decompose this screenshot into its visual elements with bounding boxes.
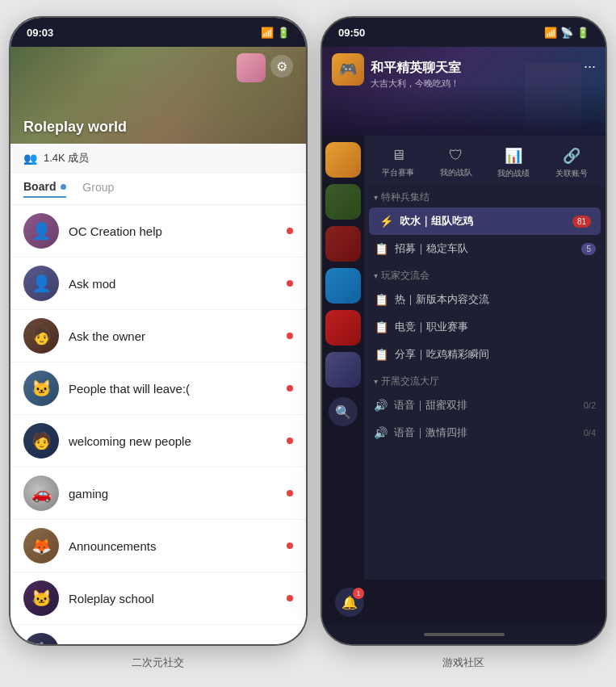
notification-bell[interactable]: 🔔 1 (335, 588, 364, 617)
channel-content-exchange[interactable]: 📋 热｜新版本内容交流 (364, 286, 606, 313)
side-icon-6[interactable] (325, 352, 361, 387)
home-bar-right (424, 633, 505, 636)
channel-name-r5: 分享｜吃鸡精彩瞬间 (395, 347, 596, 362)
channel-list-icon-1: 📋 (374, 241, 388, 256)
unread-dot-8 (287, 595, 293, 601)
channel-item[interactable]: 👤 Ask mod (10, 258, 306, 310)
gear-icon[interactable]: ⚙ (270, 55, 293, 77)
channel-name-6: gaming (69, 487, 277, 501)
right-hero-sub: 大吉大利，今晚吃鸡！ (371, 77, 459, 90)
channel-recruit[interactable]: 📋 招募｜稳定车队 5 (364, 235, 606, 262)
right-channel-content: 🖥 平台赛事 🛡 我的战队 📊 我的战绩 🔗 关联账号 (364, 136, 606, 580)
func-tabs: 🖥 平台赛事 🛡 我的战队 📊 我的战绩 🔗 关联账号 (364, 136, 606, 184)
side-icon-1[interactable] (325, 142, 361, 178)
channel-avatar-5: 🧑 (23, 423, 59, 459)
right-phone-label: 游戏社区 (442, 656, 484, 670)
side-icon-5[interactable] (325, 310, 361, 346)
channel-name-r1: 吹水｜组队吃鸡 (400, 214, 566, 228)
members-bar: 👥 1.4K 成员 (10, 144, 306, 173)
section-header-2: ▾ 玩家交流会 (364, 262, 606, 286)
func-tab-stats[interactable]: 📊 我的战绩 (487, 142, 542, 184)
channel-esports[interactable]: 📋 电竞｜职业赛事 (364, 313, 606, 341)
channel-item[interactable]: 🐱 People that will leave:( (10, 362, 306, 415)
section-header-1: ▾ 特种兵集结 (364, 184, 606, 207)
channel-item[interactable]: 🧑 welcoming new people (10, 415, 306, 467)
channel-item[interactable]: 👤 OC Creation help (10, 205, 306, 258)
voice-icon-2: 🔊 (374, 426, 388, 439)
unread-dot-5 (287, 438, 293, 444)
channel-item[interactable]: 🧑 Ask the owner (10, 310, 306, 362)
channel-name-4: People that will leave:( (69, 382, 277, 396)
channel-item[interactable]: 🚗 gaming (10, 467, 306, 520)
channel-avatar-9: 🤖 (23, 633, 59, 646)
more-icon[interactable]: ··· (584, 58, 596, 75)
channel-name-9: Non Roleplayers (69, 644, 277, 647)
wifi-icon: 📡 (560, 27, 573, 39)
tab-board[interactable]: Board (23, 180, 66, 198)
channel-avatar-8: 🐱 (23, 580, 59, 616)
right-main-area: 🔍 🖥 平台赛事 🛡 我的战队 📊 我的战绩 (322, 136, 606, 580)
status-bar-right: 09:50 📶 📡 🔋 (322, 18, 606, 47)
channel-name-3: Ask the owner (69, 329, 277, 343)
section-header-3: ▾ 开黑交流大厅 (364, 368, 606, 392)
tab-group[interactable]: Group (82, 181, 114, 197)
channel-voice-blowwater[interactable]: ⚡ 吹水｜组队吃鸡 81 (369, 207, 601, 235)
home-indicator-right (322, 625, 606, 644)
channel-avatar-3: 🧑 (23, 318, 59, 354)
chevron-down-icon-2: ▾ (374, 271, 378, 280)
channel-item[interactable]: 🤖 Non Roleplayers (10, 625, 306, 646)
badge-r1: 81 (572, 216, 591, 228)
channel-list-icon-2: 📋 (374, 292, 388, 307)
unread-dot-1 (287, 228, 293, 234)
voice-name-2: 语音｜激情四排 (394, 425, 577, 440)
unread-dot-7 (287, 542, 293, 549)
battery-icon: 🔋 (576, 27, 589, 39)
channel-name-2: Ask mod (69, 277, 277, 291)
search-icon[interactable]: 🔍 (329, 397, 358, 426)
channel-share[interactable]: 📋 分享｜吃鸡精彩瞬间 (364, 341, 606, 368)
section-title-2: 玩家交流会 (381, 269, 430, 283)
right-hero-title: 和平精英聊天室 (371, 60, 461, 77)
notification-badge: 1 (353, 588, 364, 599)
voice-count-1: 0/2 (584, 400, 596, 410)
left-phone-label: 二次元社交 (132, 656, 184, 670)
func-tab-tournaments[interactable]: 🖥 平台赛事 (371, 142, 425, 184)
func-tab-link[interactable]: 🔗 关联账号 (544, 142, 599, 184)
voice-channel-2[interactable]: 🔊 语音｜激情四排 0/4 (364, 419, 606, 446)
members-count: 1.4K 成员 (44, 151, 89, 165)
unread-dot-4 (287, 385, 293, 392)
unread-dot-2 (287, 280, 293, 287)
right-phone: 09:50 📶 📡 🔋 🎮 和平精英聊天室 大吉大利，今晚吃鸡！ ··· (321, 16, 607, 646)
unread-dot-6 (287, 490, 293, 496)
func-tab-team[interactable]: 🛡 我的战队 (429, 142, 484, 184)
channel-list-icon-4: 📋 (374, 347, 388, 362)
hero-title: Roleplay world (23, 119, 127, 136)
hero-avatar (237, 53, 266, 82)
chevron-down-icon-3: ▾ (374, 377, 378, 386)
channel-avatar-2: 👤 (23, 266, 59, 301)
channel-list-icon-3: 📋 (374, 320, 388, 334)
right-hero-banner: 🎮 和平精英聊天室 大吉大利，今晚吃鸡！ ··· (322, 47, 606, 136)
channel-name-r2: 招募｜稳定车队 (395, 241, 575, 256)
section-title-3: 开黑交流大厅 (381, 375, 439, 388)
channel-list: 👤 OC Creation help 👤 Ask mod 🧑 Ask the o… (10, 205, 306, 646)
channel-avatar-1: 👤 (23, 213, 59, 249)
board-tab-dot (61, 184, 66, 190)
channel-item[interactable]: 🐱 Roleplay school (10, 572, 306, 625)
badge-r2: 5 (581, 243, 596, 255)
phone-labels-row: 二次元社交 游戏社区 (10, 656, 607, 670)
unread-dot-3 (287, 333, 293, 339)
channel-name-7: Announcements (69, 539, 277, 553)
side-icon-3[interactable] (325, 226, 361, 262)
game-icon: 🎮 (332, 53, 364, 86)
status-bar-left: 09:03 📶 🔋 (10, 18, 306, 47)
tabs-row: Board Group (10, 173, 306, 205)
chevron-down-icon-1: ▾ (374, 193, 378, 202)
side-icon-2[interactable] (325, 184, 361, 220)
channel-name-8: Roleplay school (69, 592, 277, 605)
channel-item[interactable]: 🦊 Announcements (10, 520, 306, 572)
voice-channel-1[interactable]: 🔊 语音｜甜蜜双排 0/2 (364, 392, 606, 419)
side-icon-4[interactable] (325, 268, 361, 304)
channel-name-1: OC Creation help (69, 224, 277, 238)
channel-name-r4: 电竞｜职业赛事 (395, 320, 596, 334)
